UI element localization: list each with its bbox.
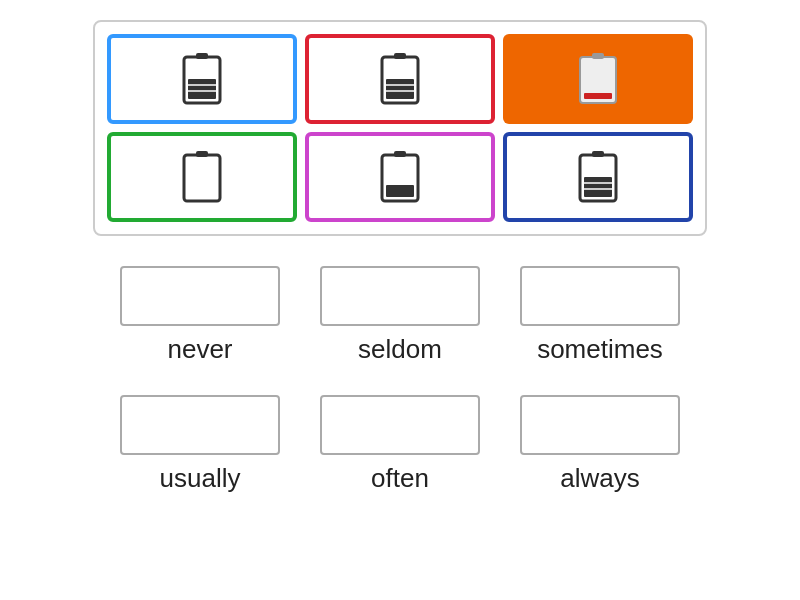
battery-icon-2 (376, 49, 424, 109)
label-always: always (560, 463, 639, 494)
word-row-2: usually often always (120, 395, 680, 494)
battery-cell-1 (107, 34, 297, 124)
svg-rect-12 (584, 93, 612, 99)
svg-rect-11 (592, 53, 604, 59)
svg-rect-2 (188, 79, 216, 99)
word-item-always: always (520, 395, 680, 494)
svg-rect-19 (592, 151, 604, 157)
battery-icon-3 (574, 49, 622, 109)
svg-rect-13 (184, 155, 220, 201)
word-item-seldom: seldom (320, 266, 480, 365)
svg-rect-7 (386, 79, 414, 99)
svg-rect-16 (394, 151, 406, 157)
svg-rect-14 (196, 151, 208, 157)
drop-box-seldom[interactable] (320, 266, 480, 326)
word-item-often: often (320, 395, 480, 494)
drop-box-always[interactable] (520, 395, 680, 455)
drop-box-usually[interactable] (120, 395, 280, 455)
word-item-usually: usually (120, 395, 280, 494)
battery-icon-1 (178, 49, 226, 109)
label-sometimes: sometimes (537, 334, 663, 365)
word-section: never seldom sometimes usually often alw… (20, 266, 780, 494)
label-often: often (371, 463, 429, 494)
battery-grid (93, 20, 707, 236)
drop-box-never[interactable] (120, 266, 280, 326)
word-item-sometimes: sometimes (520, 266, 680, 365)
svg-rect-20 (584, 177, 612, 197)
drop-box-often[interactable] (320, 395, 480, 455)
battery-cell-5 (305, 132, 495, 222)
battery-cell-3 (503, 34, 693, 124)
battery-icon-4 (178, 147, 226, 207)
battery-icon-6 (574, 147, 622, 207)
battery-icon-5 (376, 147, 424, 207)
battery-cell-4 (107, 132, 297, 222)
battery-cell-6 (503, 132, 693, 222)
label-seldom: seldom (358, 334, 442, 365)
word-item-never: never (120, 266, 280, 365)
label-usually: usually (160, 463, 241, 494)
svg-rect-17 (386, 185, 414, 197)
svg-rect-6 (394, 53, 406, 59)
drop-box-sometimes[interactable] (520, 266, 680, 326)
word-row-1: never seldom sometimes (120, 266, 680, 365)
label-never: never (167, 334, 232, 365)
battery-cell-2 (305, 34, 495, 124)
svg-rect-1 (196, 53, 208, 59)
